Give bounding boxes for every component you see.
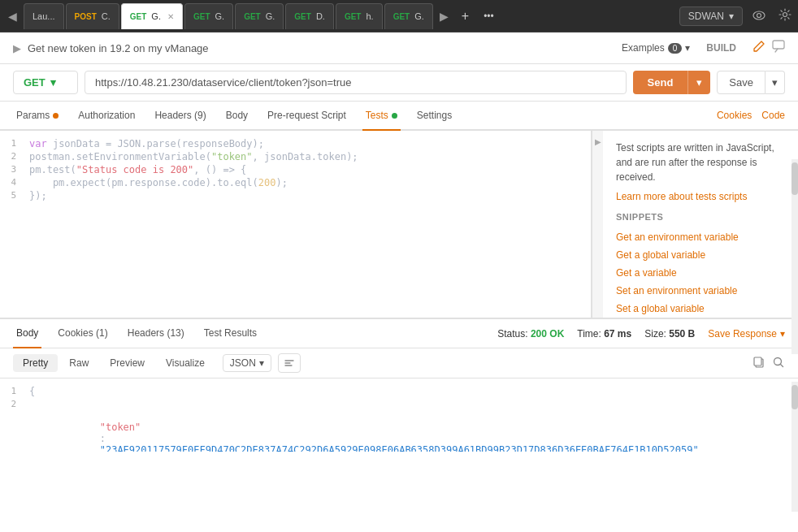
response-view-bar: Pretty Raw Preview Visualize JSON ▾ [0, 348, 798, 378]
req-right-links: Cookies Code [717, 110, 785, 121]
svg-point-0 [753, 11, 765, 19]
tab-authorization-label: Authorization [78, 110, 135, 121]
sidebar-learn-link[interactable]: Learn more about tests scripts [616, 191, 785, 202]
svg-rect-5 [754, 357, 761, 365]
send-button[interactable]: Send [633, 71, 688, 94]
main-editor-area: 1 var jsonData = JSON.parse(responseBody… [0, 131, 798, 318]
time-value: 67 ms [604, 328, 631, 340]
tab-get-d[interactable]: GET D. [285, 3, 334, 29]
tab-bar: ◀ Lau... POST C. GET G. ✕ GET G. GET G. [0, 0, 798, 32]
resp-view-visualize[interactable]: Visualize [156, 354, 215, 372]
gear-icon[interactable] [775, 5, 795, 27]
format-label: JSON [230, 357, 256, 369]
resp-view-pretty-label: Pretty [23, 357, 48, 369]
method-dropdown-icon: ▾ [50, 76, 56, 89]
tab-settings[interactable]: Settings [414, 102, 455, 131]
sidebar-toggle[interactable]: ▶ [592, 131, 603, 318]
tab-get-h[interactable]: GET h. [336, 3, 383, 29]
code-editor[interactable]: 1 var jsonData = JSON.parse(responseBody… [0, 131, 592, 318]
tab-post-method: POST [75, 12, 97, 21]
tab-get-g1-label: G. [215, 11, 225, 21]
tab-forward-arrow[interactable]: ▶ [435, 6, 453, 26]
tab-close-icon[interactable]: ✕ [167, 12, 174, 21]
examples-arrow-icon: ▾ [685, 42, 690, 54]
url-input[interactable] [85, 71, 627, 94]
tab-post-label: C. [102, 11, 111, 21]
code-link[interactable]: Code [761, 110, 785, 121]
tab-post-c[interactable]: POST C. [66, 3, 119, 29]
examples-button[interactable]: Examples 0 ▾ [622, 42, 690, 54]
tab-add-button[interactable]: + [455, 6, 475, 27]
environment-selector[interactable]: SDWAN ▾ [679, 6, 743, 26]
tab-body[interactable]: Body [223, 102, 251, 131]
tab-get-active[interactable]: GET G. ✕ [121, 3, 183, 29]
tab-prerequest[interactable]: Pre-request Script [264, 102, 349, 131]
tab-get-g1[interactable]: GET G. [184, 3, 233, 29]
tab-back-arrow[interactable]: ◀ [3, 6, 22, 26]
edit-icon[interactable] [752, 40, 765, 56]
method-selector[interactable]: GET ▾ [13, 71, 78, 94]
tab-get-g3[interactable]: GET G. [384, 3, 433, 29]
resp-action-icons [752, 356, 785, 371]
resp-view-preview[interactable]: Preview [100, 354, 154, 372]
resp-tab-cookies[interactable]: Cookies (1) [54, 319, 111, 348]
response-scrollbar[interactable] [791, 382, 798, 512]
code-line-5: 5 }); [0, 189, 591, 202]
save-button[interactable]: Save [717, 71, 765, 94]
tests-dot [392, 113, 397, 119]
action-icons [752, 40, 785, 56]
save-dropdown-button[interactable]: ▾ [765, 71, 785, 94]
resp-brace-open: { [26, 386, 798, 397]
code-line-2: 2 postman.setEnvironmentVariable("token"… [0, 150, 591, 163]
resp-tab-headers[interactable]: Headers (13) [124, 319, 188, 348]
response-tabs-bar: Body Cookies (1) Headers (13) Test Resul… [0, 319, 798, 348]
resp-tab-test-results[interactable]: Test Results [201, 319, 260, 348]
snippet-get-env[interactable]: Get an environment variable [616, 228, 785, 246]
tab-lau[interactable]: Lau... [24, 3, 64, 29]
editor-scrollbar[interactable] [791, 159, 798, 354]
search-icon[interactable] [772, 356, 785, 371]
format-icon-button[interactable] [278, 353, 301, 373]
tab-params[interactable]: Params [13, 102, 62, 131]
tab-authorization[interactable]: Authorization [75, 102, 138, 131]
env-dropdown-icon: ▾ [729, 11, 734, 22]
format-selector[interactable]: JSON ▾ [223, 354, 271, 372]
resp-view-pretty[interactable]: Pretty [13, 354, 58, 372]
resp-line-1: 1 { [0, 385, 798, 398]
tab-tests[interactable]: Tests [362, 102, 401, 131]
env-name: SDWAN [688, 11, 724, 22]
tab-lau-label: Lau... [33, 11, 55, 21]
save-response-arrow-icon: ▾ [780, 328, 785, 340]
tab-more-button[interactable]: ••• [477, 7, 501, 25]
examples-count: 0 [668, 43, 683, 54]
tab-prerequest-label: Pre-request Script [267, 110, 346, 121]
resp-view-raw[interactable]: Raw [59, 354, 98, 372]
right-sidebar: Test scripts are written in JavaScript, … [603, 131, 798, 318]
snippet-set-env[interactable]: Set an environment variable [616, 282, 785, 300]
save-response-button[interactable]: Save Response ▾ [708, 328, 785, 340]
send-dropdown-button[interactable]: ▾ [687, 71, 710, 94]
time-label: Time: 67 ms [577, 328, 631, 340]
tab-headers[interactable]: Headers (9) [151, 102, 209, 131]
snippet-get-global[interactable]: Get a global variable [616, 246, 785, 264]
copy-icon[interactable] [752, 356, 765, 371]
build-button[interactable]: BUILD [700, 39, 743, 57]
response-status-area: Status: 200 OK Time: 67 ms Size: 550 B S… [497, 328, 785, 340]
status-value: 200 OK [531, 328, 564, 340]
comment-icon[interactable] [772, 40, 785, 56]
tab-get-g1-method: GET [193, 12, 210, 21]
tab-get-g2[interactable]: GET G. [235, 3, 284, 29]
svg-point-2 [783, 13, 787, 17]
tab-get-h-label: h. [366, 11, 373, 21]
title-arrow-icon: ▶ [13, 42, 21, 54]
resp-line-2: 2 "token" : "23AE920117579F0EF9D470C2DE8… [0, 398, 798, 452]
response-scrollbar-thumb [791, 385, 798, 409]
resp-tab-body[interactable]: Body [13, 319, 41, 348]
resp-view-preview-label: Preview [110, 357, 145, 369]
snippet-set-global[interactable]: Set a global variable [616, 300, 785, 318]
response-area: Body Cookies (1) Headers (13) Test Resul… [0, 318, 798, 532]
eye-icon[interactable] [749, 6, 769, 26]
cookies-link[interactable]: Cookies [717, 110, 752, 121]
snippet-get-var[interactable]: Get a variable [616, 264, 785, 282]
request-title: ▶ Get new token in 19.2 on my vManage [13, 42, 209, 54]
